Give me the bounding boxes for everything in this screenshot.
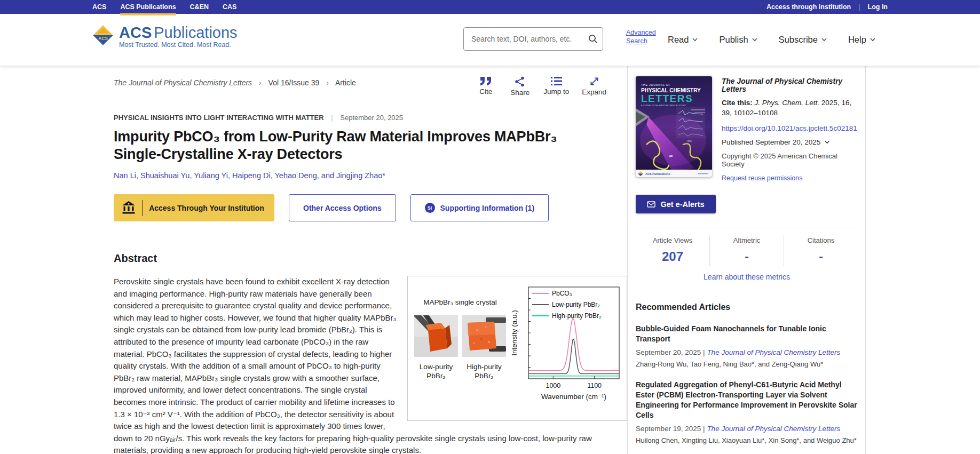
citation-line: Cite this: J. Phys. Chem. Lett. 2025, 16…	[722, 98, 858, 118]
svg-text:1000: 1000	[546, 382, 560, 389]
share-button[interactable]: Share	[509, 76, 531, 97]
topnav-acs-publications[interactable]: ACS Publications	[120, 0, 176, 14]
svg-text:LETTERS: LETTERS	[641, 93, 693, 104]
login-link[interactable]: Log In	[868, 3, 888, 11]
request-reuse-permissions-link[interactable]: Request reuse permissions	[722, 174, 858, 182]
raman-spectrum-chart: 10001100Wavenumber (cm⁻¹)Intensity (a.u.…	[507, 283, 623, 415]
menu-publish[interactable]: Publish	[719, 35, 757, 45]
doi-link[interactable]: https://doi.org/10.1021/acs.jpclett.5c02…	[722, 124, 858, 132]
supporting-information-button[interactable]: SI Supporting Information (1)	[410, 194, 549, 221]
site-header: ACS ACSPublications Most Trusted. Most C…	[0, 14, 980, 66]
logo-publications-word: Publications	[154, 24, 237, 41]
cite-button[interactable]: Cite	[475, 76, 496, 97]
menu-subscribe[interactable]: Subscribe	[779, 35, 827, 45]
topnav-divider: |	[858, 3, 860, 11]
menu-read[interactable]: Read	[668, 35, 698, 45]
published-history-chevron-icon[interactable]	[824, 140, 830, 144]
other-access-options-button[interactable]: Other Access Options	[289, 194, 396, 221]
jump-to-list-icon	[551, 76, 562, 86]
svg-text:Wavenumber (cm⁻¹): Wavenumber (cm⁻¹)	[541, 393, 606, 401]
header-menus: Read Publish Subscribe Help	[668, 14, 875, 66]
article-actions: Cite Share	[475, 76, 606, 97]
breadcrumb-separator: ›	[321, 78, 334, 87]
recommended-article-authors: Zhang-Rong Wu, Tao Feng, Ning Bao*, and …	[636, 360, 858, 368]
si-badge-icon: SI	[425, 203, 435, 213]
svg-text:THE JOURNAL OF: THE JOURNAL OF	[641, 83, 671, 86]
publication-date: September 20, 2025	[340, 114, 403, 122]
svg-text:ACS Publications: ACS Publications	[645, 172, 670, 176]
breadcrumb-issue-link[interactable]: Vol 16/Issue 39	[268, 78, 320, 87]
recommended-article-date: September 19, 2025	[636, 425, 701, 433]
low-purity-label: Low-purity PbBr₂	[414, 362, 458, 380]
topnav-cas[interactable]: CAS	[223, 0, 236, 14]
envelope-icon	[647, 201, 655, 208]
author-list[interactable]: Nan Li, Shuaishuai Yu, Yuliang Yi, Haipe…	[114, 171, 627, 180]
metric-altmetric: Altmetric -	[709, 235, 784, 266]
logo-acs-word: ACS	[119, 24, 152, 41]
svg-text:⇌: ⇌	[669, 154, 673, 158]
top-nav-bar: ACS ACS Publications C&EN CAS Access thr…	[0, 0, 980, 14]
recommended-article: Bubble-Guided Foam Nanochannels for Tuna…	[636, 324, 858, 368]
jump-to-button[interactable]: Jump to	[543, 76, 569, 97]
recommended-article: Regulated Aggregation of Phenyl-C61-Buty…	[636, 380, 858, 444]
svg-text:Intensity (a.u.): Intensity (a.u.)	[510, 310, 518, 356]
svg-text:ACS: ACS	[98, 36, 108, 41]
recommended-article-title-link[interactable]: Bubble-Guided Foam Nanochannels for Tuna…	[636, 324, 858, 344]
recommended-article-title-link[interactable]: Regulated Aggregation of Phenyl-C61-Buty…	[636, 380, 858, 420]
metric-article-views: Article Views 207	[636, 235, 709, 266]
svg-text:Low-purity PbBr₂: Low-purity PbBr₂	[552, 301, 600, 308]
article-eyebrow: PHYSICAL INSIGHTS INTO LIGHT INTERACTING…	[114, 114, 627, 122]
menu-help[interactable]: Help	[848, 35, 875, 45]
svg-text:PbCO₃: PbCO₃	[552, 290, 572, 297]
acs-network-nav: ACS ACS Publications C&EN CAS	[92, 0, 236, 14]
cite-quote-icon	[480, 76, 492, 86]
metric-citations: Citations -	[784, 235, 858, 266]
figure-crystal-heading: MAPbBr₃ single crystal	[423, 297, 497, 309]
svg-text:A JOURNAL OF THE AMERICAN CHEM: A JOURNAL OF THE AMERICAN CHEMICAL SOCIE…	[641, 105, 687, 107]
high-purity-crystal-photo	[462, 315, 506, 357]
copyright-notice: Copyright © 2025 American Chemical Socie…	[722, 152, 858, 168]
recommended-article-journal-link[interactable]: The Journal of Physical Chemistry Letter…	[707, 348, 840, 356]
article-sidebar: THE JOURNAL OF PHYSICAL CHEMISTRY LETTER…	[627, 66, 866, 454]
sidebar-journal-name[interactable]: The Journal of Physical Chemistry Letter…	[722, 77, 858, 93]
article-title: Impurity PbCO₃ from Low-Purity Raw Mater…	[114, 128, 602, 163]
expand-button[interactable]: Expand	[582, 76, 606, 97]
article-main-column: The Journal of Physical Chemistry Letter…	[92, 66, 627, 454]
recommended-article-authors: Huilong Chen, Xingting Liu, Xiaoyuan Liu…	[636, 436, 858, 444]
learn-about-metrics-link[interactable]: Learn about these metrics	[636, 273, 858, 281]
search-input[interactable]	[464, 35, 583, 43]
abstract-heading: Abstract	[114, 252, 627, 265]
acs-publications-logo[interactable]: ACS ACSPublications Most Trusted. Most C…	[92, 25, 238, 49]
access-institution-button[interactable]: Access Through Your Institution	[114, 194, 274, 221]
virtual-issue-label[interactable]: PHYSICAL INSIGHTS INTO LIGHT INTERACTING…	[114, 114, 324, 122]
advanced-search-link[interactable]: Advanced Search	[626, 28, 667, 45]
topnav-acs[interactable]: ACS	[92, 0, 106, 14]
breadcrumb-journal-link[interactable]: The Journal of Physical Chemistry Letter…	[114, 78, 252, 87]
search-icon[interactable]	[583, 28, 603, 50]
article-metrics: Article Views 207 Altmetric - Citations …	[636, 227, 858, 281]
svg-text:1100: 1100	[587, 382, 602, 389]
search-box	[463, 27, 603, 51]
access-through-institution-link[interactable]: Access through institution	[766, 3, 851, 11]
svg-text:Time: Time	[686, 140, 692, 142]
get-e-alerts-button[interactable]: Get e-Alerts	[636, 195, 716, 213]
acs-diamond-logo-icon: ACS	[92, 25, 114, 46]
breadcrumb-article: Article	[335, 78, 356, 87]
high-purity-label: High-purity PbBr₂	[462, 362, 506, 380]
recommended-article-journal-link[interactable]: The Journal of Physical Chemistry Letter…	[707, 425, 840, 433]
institution-building-icon	[122, 201, 136, 215]
breadcrumb-separator: ›	[254, 78, 266, 87]
published-date: Published September 20, 2025	[722, 138, 820, 146]
abstract-section: MAPbBr₃ single crystal	[114, 276, 627, 454]
abstract-graphic[interactable]: MAPbBr₃ single crystal	[407, 276, 627, 421]
recommended-article-date: September 20, 2025	[636, 348, 701, 356]
logo-tagline: Most Trusted. Most Cited. Most Read.	[119, 41, 238, 49]
recommended-articles-heading: Recommended Articles	[636, 302, 858, 312]
svg-text:High-purity PbBr₂: High-purity PbBr₂	[552, 312, 602, 320]
topnav-cen[interactable]: C&EN	[190, 0, 209, 14]
logo-text: ACSPublications Most Trusted. Most Cited…	[119, 25, 238, 49]
expand-arrows-icon	[589, 76, 599, 86]
share-icon	[515, 76, 525, 87]
journal-cover-image[interactable]: THE JOURNAL OF PHYSICAL CHEMISTRY LETTER…	[636, 76, 712, 177]
low-purity-crystal-photo	[414, 315, 458, 357]
